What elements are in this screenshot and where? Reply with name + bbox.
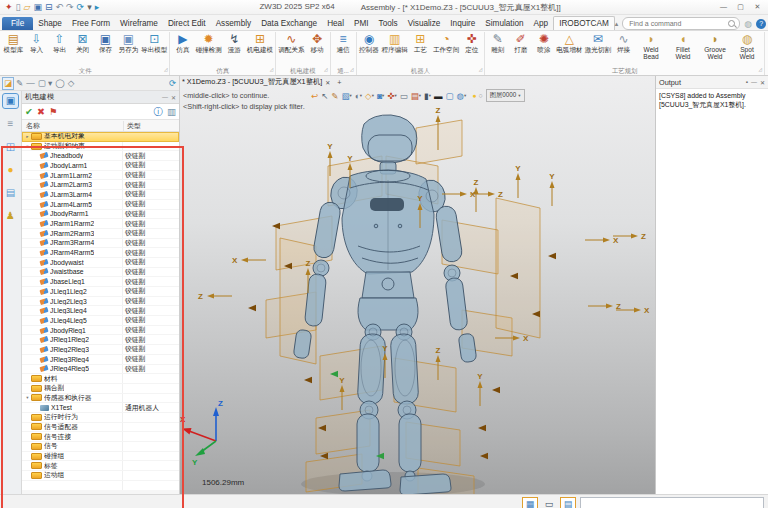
panel-close-icon[interactable]: ✕ [171,94,176,101]
tree-row[interactable]: JLarm1Larm2铰链副 [22,171,179,181]
user-manager-icon[interactable]: ♟ [3,209,18,223]
layer-status-icon[interactable]: ▤ [561,498,575,508]
open-file-icon[interactable]: ▱ [24,1,31,13]
redo-icon[interactable]: ↷ [66,1,74,13]
tree-row[interactable]: JRarm4Rarm5铰链副 [22,248,179,258]
tree-row[interactable]: JRleg2Rleg3铰链副 [22,345,179,355]
3d-scene[interactable]: YYZZYYZYYYYZXZXZZXXXZ Z X Y [180,88,655,494]
process-button[interactable]: ⊞工艺 [409,32,432,53]
groove-weld-button[interactable]: ◗Groove Weld [699,32,731,60]
workspace-button[interactable]: ◔工作空间 [432,32,460,53]
ribbon-tab-wireframe[interactable]: Wireframe [115,17,163,30]
ribbon-tab-direct-edit[interactable]: Direct Edit [163,17,211,30]
apply-flag-icon[interactable]: ⚑ [49,105,58,118]
tree-row[interactable]: JLarm4Larm5铰链副 [22,200,179,210]
constraint-manager-icon[interactable]: ≡ [3,117,18,131]
refresh-icon[interactable]: ⟳ [169,78,176,89]
output-log[interactable]: [CSYS8] added to Assembly[5CUUU3_智元真屋X1整… [656,89,768,494]
minimize-button[interactable]: — [716,1,731,13]
dialog-launcher-icon[interactable]: ◿ [759,65,762,74]
dialog-launcher-icon[interactable]: ◿ [479,65,482,74]
ribbon-tab-pmi[interactable]: PMI [349,17,374,30]
program-editor-button[interactable]: ▥程序编辑 [381,32,409,53]
status-input[interactable] [580,497,764,508]
tree-row[interactable]: JbodyRleg1铰链副 [22,326,179,336]
ribbon-tab-inquire[interactable]: Inquire [445,17,480,30]
spot-weld-button[interactable]: ◍Spot Weld [731,32,763,60]
mechatronic-modeling-button[interactable]: ⊞机电建模 [246,32,274,53]
close-doc-button[interactable]: ⊠关闭 [71,32,94,53]
tree-row[interactable]: JLleg2Lleg3铰链副 [22,297,179,307]
dialog-launcher-icon[interactable]: ◿ [350,65,353,74]
tree-row[interactable]: JbodyLarm1铰链副 [22,161,179,171]
ribbon-tab-tools[interactable]: Tools [374,17,403,30]
model-library-button[interactable]: ▤模型库 [2,32,25,53]
expander-icon[interactable]: ▾ [24,395,31,400]
save-button[interactable]: ▣保存 [94,32,117,53]
pickbox-status-icon[interactable]: ▦ [523,498,537,508]
tree-row[interactable]: JbaseLleg1铰链副 [22,277,179,287]
output-close-icon[interactable]: ✕ [760,79,765,86]
fillet-weld-button[interactable]: ◖Fillet Weld [667,32,699,60]
welding-button[interactable]: ∿焊接 [612,32,635,53]
regen-icon[interactable]: ⟳ [77,1,85,13]
play-icon[interactable]: ▸ [95,1,100,13]
import-button[interactable]: ⇩导入 [25,32,48,53]
box-select-icon[interactable]: ▢ ▾ [38,78,53,89]
tree-row[interactable]: JLarm3Larm4铰链副 [22,190,179,200]
minimize-ribbon-icon[interactable]: ▴ [615,20,619,28]
simulate-button[interactable]: ▶仿真 [171,32,194,53]
new-file-icon[interactable]: ▯ [16,1,21,13]
mechatronic-manager-icon[interactable]: ▣ [3,94,18,108]
tree-row[interactable]: JRarm3Rarm4铰链副 [22,239,179,249]
tab-close-icon[interactable]: ✕ [325,79,330,86]
3d-viewport[interactable]: * X1Demo.Z3 - [5CUUU3_智元真屋X1整机] ✕ + <mid… [180,76,655,494]
spray-button[interactable]: ✺喷涂 [532,32,555,53]
ribbon-tab-app[interactable]: App [529,17,554,30]
output-pin-icon[interactable]: ▪ [746,79,748,86]
new-tab-button[interactable]: + [337,78,341,87]
qa-dropdown-icon[interactable]: ▾ [87,1,92,13]
close-button[interactable]: ✕ [750,1,765,13]
ribbon-tab-assembly[interactable]: Assembly [211,17,257,30]
tree-row[interactable]: Jheadbody铰链副 [22,151,179,161]
mate-relation-button[interactable]: ∿调配关系 [277,32,305,53]
tree-row[interactable]: Jbodywaist铰链副 [22,258,179,268]
entity-filter-icon[interactable]: ◪ [3,78,13,89]
tree-row[interactable]: JRarm1Rarm2铰链副 [22,219,179,229]
expander-icon[interactable]: ▾ [24,144,31,149]
circle-select-icon[interactable]: ◯ [55,78,65,89]
ribbon-tab-irobotcam[interactable]: IROBOTCAM [553,16,615,30]
tree-row[interactable]: JRarm2Rarm3铰链副 [22,229,179,239]
tree-row[interactable]: 运动组 [22,471,179,481]
filter-list-icon[interactable]: ▥ [167,105,176,118]
column-name[interactable]: 名称 [22,121,124,131]
dialog-launcher-icon[interactable]: ◿ [164,65,167,74]
save-icon[interactable]: ▣ [33,1,42,13]
pick-style-icon[interactable]: ✎ [16,78,23,89]
ribbon-tab-heal[interactable]: Heal [322,17,349,30]
view-manager-icon[interactable]: ▤ [3,186,18,200]
simulation-manager-icon[interactable]: ● [3,163,18,177]
app-logo-icon[interactable]: ✦ [5,1,13,13]
communication-button[interactable]: ≡通信 [332,32,355,53]
tree-row[interactable]: JLleg1Lleg2铰链副 [22,287,179,297]
expander-icon[interactable]: ▸ [24,134,31,139]
locate-button[interactable]: ✜定位 [460,32,483,53]
ribbon-tab-file[interactable]: File [2,17,33,30]
tree-row[interactable]: JbodyRarm1铰链副 [22,210,179,220]
tree-row[interactable]: JLleg4Lleg5铰链副 [22,316,179,326]
confirm-icon[interactable]: ✔ [25,105,33,118]
ribbon-tab-shape[interactable]: Shape [33,17,67,30]
arc-additive-button[interactable]: △电弧增材 [555,32,583,53]
help-avatar-icon[interactable]: ? [756,19,766,29]
display-status-icon[interactable]: ▭ [542,498,556,508]
dialog-launcher-icon[interactable]: ◿ [324,65,327,74]
output-minimize-icon[interactable]: — [751,79,757,86]
panel-minimize-icon[interactable]: — [162,94,168,101]
minus-icon[interactable]: — [26,78,35,89]
save-as-button[interactable]: ▣另存为 [117,32,140,53]
cancel-icon[interactable]: ✖ [37,105,45,118]
export-button[interactable]: ⇧导出 [48,32,71,53]
info-icon[interactable]: ⓘ [154,105,164,118]
